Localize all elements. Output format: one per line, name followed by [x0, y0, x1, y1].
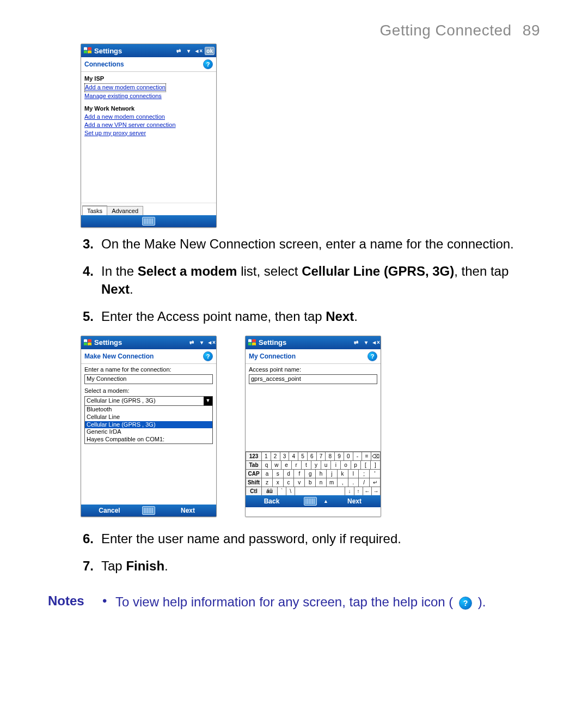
osk-key[interactable]: x [272, 478, 283, 487]
volume-mute-icon[interactable]: ◄× [193, 46, 203, 56]
osk-key[interactable]: u [321, 460, 330, 469]
link-proxy-server[interactable]: Set up my proxy server [84, 130, 213, 137]
osk-key[interactable]: - [353, 452, 362, 460]
step-text: Tap Finish. [101, 557, 540, 575]
osk-key[interactable]: v [293, 478, 304, 487]
osk-key[interactable]: Shift [246, 478, 261, 487]
osk-key[interactable]: i [330, 460, 340, 469]
chevron-up-icon[interactable]: ▲ [323, 499, 328, 504]
tab-advanced[interactable]: Advanced [107, 206, 143, 215]
osk-key[interactable]: f [293, 469, 304, 478]
osk-key[interactable]: 2 [271, 452, 280, 460]
link-add-modem-isp[interactable]: Add a new modem connection [84, 83, 166, 92]
modem-option[interactable]: Cellular Line (GPRS , 3G) [85, 421, 212, 429]
link-add-vpn[interactable]: Add a new VPN server connection [84, 121, 213, 129]
osk-key[interactable]: k [337, 469, 348, 478]
osk-key[interactable]: 5 [298, 452, 307, 460]
signal-icon[interactable]: ▾ [361, 338, 371, 348]
next-button[interactable]: Next [160, 507, 216, 514]
osk-key[interactable]: ← [363, 487, 371, 495]
osk-key[interactable]: 7 [316, 452, 326, 460]
osk-key[interactable]: z [261, 478, 272, 487]
osk-key[interactable]: ↑ [354, 487, 363, 495]
osk-key[interactable]: ; [358, 469, 369, 478]
osk-key[interactable]: = [362, 452, 371, 460]
osk-key[interactable]: 3 [280, 452, 289, 460]
signal-icon[interactable]: ▾ [183, 46, 193, 56]
osk-key[interactable]: ] [370, 460, 381, 469]
osk-key[interactable]: 0 [344, 452, 353, 460]
modem-option[interactable]: Bluetooth [85, 406, 212, 414]
osk-key[interactable]: , [337, 478, 348, 487]
osk-key[interactable]: 123 [246, 452, 261, 460]
osk-key[interactable]: a [261, 469, 272, 478]
osk-key[interactable]: ` [277, 487, 286, 495]
volume-mute-icon[interactable]: ◄× [371, 338, 381, 348]
help-icon[interactable]: ? [367, 351, 377, 361]
osk-key[interactable]: CAP [246, 469, 261, 478]
osk-key[interactable]: . [348, 478, 359, 487]
osk-key[interactable]: / [358, 478, 369, 487]
osk-key[interactable]: t [301, 460, 311, 469]
osk-key[interactable]: ↓ [345, 487, 353, 495]
chevron-down-icon[interactable]: ▼ [204, 397, 212, 405]
link-manage-connections[interactable]: Manage existing connections [84, 93, 213, 100]
osk-key[interactable]: 8 [325, 452, 334, 460]
select-modem[interactable]: Cellular Line (GPRS , 3G) ▼ [84, 396, 213, 406]
input-apn[interactable]: gprs_access_point [249, 374, 377, 384]
modem-option[interactable]: Hayes Compatible on COM1: [85, 436, 212, 443]
ok-button[interactable]: ok [205, 47, 215, 55]
osk-key[interactable]: e [281, 460, 291, 469]
osk-key[interactable]: w [271, 460, 281, 469]
osk-key[interactable]: j [326, 469, 337, 478]
osk-key[interactable]: 4 [289, 452, 298, 460]
cancel-button[interactable]: Cancel [81, 507, 138, 514]
on-screen-keyboard[interactable]: 1231234567890-=⌫Tabqwertyuiop[]CAPasdfgh… [246, 451, 381, 495]
osk-key[interactable]: ⌫ [371, 452, 381, 460]
osk-key[interactable]: áü [261, 487, 277, 495]
keyboard-icon[interactable] [142, 217, 155, 226]
osk-key[interactable]: p [351, 460, 360, 469]
connectivity-icon[interactable]: ⇄ [174, 46, 183, 56]
help-icon[interactable]: ? [203, 59, 213, 69]
osk-key[interactable]: m [326, 478, 337, 487]
osk-key[interactable]: ' [369, 469, 381, 478]
modem-option[interactable]: Cellular Line [85, 414, 212, 421]
osk-key[interactable]: Ctl [246, 487, 261, 495]
next-button[interactable]: Next [328, 497, 381, 505]
osk-key[interactable]: s [272, 469, 283, 478]
osk-key[interactable]: \ [286, 487, 295, 495]
osk-key[interactable]: 1 [261, 452, 271, 460]
osk-key[interactable]: l [348, 469, 359, 478]
osk-key[interactable]: o [340, 460, 350, 469]
osk-key[interactable]: 6 [307, 452, 316, 460]
back-button[interactable]: Back [246, 497, 298, 505]
osk-key[interactable]: q [261, 460, 271, 469]
tab-tasks[interactable]: Tasks [82, 205, 107, 215]
osk-key[interactable] [295, 487, 345, 495]
input-connection-name[interactable]: My Connection [84, 374, 213, 384]
signal-icon[interactable]: ▾ [197, 338, 206, 348]
link-add-modem-work[interactable]: Add a new modem connection [84, 113, 213, 121]
osk-key[interactable]: b [304, 478, 315, 487]
osk-key[interactable]: n [315, 478, 326, 487]
keyboard-icon[interactable] [142, 506, 155, 515]
osk-key[interactable]: d [283, 469, 294, 478]
osk-key[interactable]: 9 [334, 452, 344, 460]
connectivity-icon[interactable]: ⇄ [351, 338, 361, 348]
osk-key[interactable]: g [304, 469, 315, 478]
osk-key[interactable]: r [291, 460, 301, 469]
osk-key[interactable]: c [283, 478, 294, 487]
connectivity-icon[interactable]: ⇄ [187, 338, 197, 348]
step-text: Enter the Access point name, then tap Ne… [101, 308, 540, 325]
modem-option[interactable]: Generic IrDA [85, 428, 212, 436]
volume-mute-icon[interactable]: ◄× [206, 338, 216, 348]
keyboard-icon[interactable] [304, 497, 317, 506]
osk-key[interactable]: y [311, 460, 321, 469]
osk-key[interactable]: Tab [246, 460, 261, 469]
help-icon[interactable]: ? [203, 351, 213, 361]
osk-key[interactable]: ↵ [369, 478, 381, 487]
osk-key[interactable]: → [371, 487, 381, 495]
osk-key[interactable]: h [315, 469, 326, 478]
osk-key[interactable]: [ [360, 460, 370, 469]
